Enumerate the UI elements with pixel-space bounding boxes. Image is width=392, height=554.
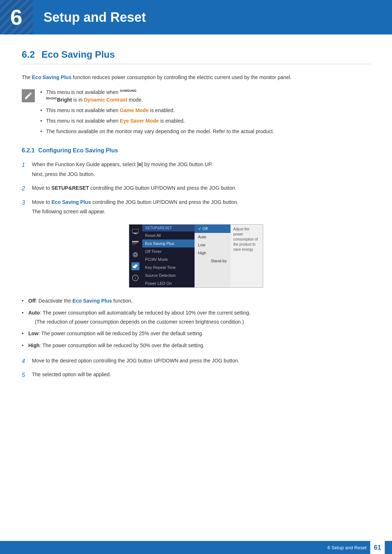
sub-item-standby: Stand-by bbox=[195, 257, 230, 265]
note-item-3: This menu is not available when Eye Save… bbox=[40, 117, 274, 125]
step-1-text: When the Function Key Guide appears, sel… bbox=[32, 160, 370, 168]
note-icon bbox=[22, 89, 35, 102]
chapter-title: Setup and Reset bbox=[33, 0, 146, 34]
menu-item-power-led: Power LED On bbox=[142, 279, 195, 287]
pencil-icon bbox=[24, 91, 33, 100]
step-4-text: Move to the desired option controlling t… bbox=[32, 357, 370, 365]
scr-sidebar-help: Adjust the power consumption of the prod… bbox=[230, 225, 263, 287]
screenshot: i SETUP&RESET Reset All Eco Saving Plus … bbox=[129, 224, 263, 288]
dynamic-contrast-term: Dynamic Contrast bbox=[84, 97, 127, 103]
monitor-screenshot-container: i SETUP&RESET Reset All Eco Saving Plus … bbox=[22, 224, 370, 288]
step-5-text: The selected option will be applied. bbox=[32, 370, 370, 378]
icon-display bbox=[131, 227, 139, 235]
svg-text:i: i bbox=[135, 276, 136, 280]
option-off-label: Off bbox=[28, 298, 36, 304]
subsection-heading: 6.2.1Configuring Eco Saving Plus bbox=[22, 147, 370, 154]
svg-rect-1 bbox=[134, 233, 136, 234]
sub-item-low: Low bbox=[195, 241, 230, 249]
game-mode-term: Game Mode bbox=[120, 107, 148, 113]
subsection-number: 6.2.1 bbox=[22, 147, 35, 153]
note-box: This menu is not available when SAMSUNGM… bbox=[22, 89, 370, 138]
chapter-number: 6 bbox=[10, 5, 22, 30]
footer-text: 6 Setup and Reset bbox=[327, 545, 367, 550]
notes-list: This menu is not available when SAMSUNGM… bbox=[40, 89, 274, 138]
scr-menu-panel: SETUP&RESET Reset All Eco Saving Plus Of… bbox=[142, 225, 195, 287]
chapter-title-text: Setup and Reset bbox=[44, 10, 146, 25]
menu-item-pcav: PC/AV Mode bbox=[142, 255, 195, 263]
step-4-num: 4 bbox=[22, 357, 28, 366]
svg-point-7 bbox=[134, 254, 136, 256]
chapter-header: 6 Setup and Reset bbox=[0, 0, 392, 34]
option-low: Low: The power consumption will be reduc… bbox=[22, 329, 370, 337]
svg-rect-0 bbox=[132, 229, 139, 233]
eco-saving-step-term: Eco Saving Plus bbox=[52, 199, 91, 205]
option-high: High: The power consumption will be redu… bbox=[22, 341, 370, 349]
option-low-label: Low bbox=[28, 331, 38, 336]
svg-rect-2 bbox=[134, 234, 137, 234]
step-2-text: Move to SETUP&RESET controlling the JOG … bbox=[32, 184, 370, 192]
setup-reset-term: SETUP&RESET bbox=[52, 185, 89, 191]
step-4: 4 Move to the desired option controlling… bbox=[22, 357, 370, 366]
auto-reduction-note: (The reduction of power consumption depe… bbox=[35, 318, 370, 326]
note-item-2: This menu is not available when Game Mod… bbox=[40, 107, 274, 114]
sub-item-off: ✓ Off bbox=[195, 225, 230, 233]
bright-term: Bright bbox=[57, 97, 72, 103]
step-1-subtext: Next, press the JOG button. bbox=[32, 170, 370, 178]
step-5: 5 The selected option will be applied. bbox=[22, 370, 370, 380]
scr-menu-header: SETUP&RESET bbox=[142, 225, 195, 231]
step-5-content: The selected option will be applied. bbox=[32, 370, 370, 380]
step-3-content: Move to Eco Saving Plus controlling the … bbox=[32, 198, 370, 217]
option-off-term: Eco Saving Plus bbox=[72, 298, 112, 304]
option-off: Off: Deactivate the Eco Saving Plus func… bbox=[22, 297, 370, 305]
note-item-4: The functions available on the monitor m… bbox=[40, 128, 274, 135]
step-2: 2 Move to SETUP&RESET controlling the JO… bbox=[22, 184, 370, 193]
intro-paragraph: The Eco Saving Plus function reduces pow… bbox=[22, 73, 370, 81]
option-auto: Auto: The power consumption will automat… bbox=[22, 309, 370, 326]
section-heading: 6.2 Eco Saving Plus bbox=[22, 49, 370, 64]
subsection-title: Configuring Eco Saving Plus bbox=[38, 147, 118, 153]
sub-item-auto: Auto bbox=[195, 233, 230, 241]
steps-4-5: 4 Move to the desired option controlling… bbox=[22, 357, 370, 380]
step-5-num: 5 bbox=[22, 370, 28, 380]
menu-item-off-timer: Off Timer bbox=[142, 247, 195, 255]
step-2-num: 2 bbox=[22, 184, 28, 193]
menu-item-key-repeat: Key Repeat Time bbox=[142, 263, 195, 271]
eco-saving-plus-term: Eco Saving Plus bbox=[32, 74, 72, 80]
step-2-content: Move to SETUP&RESET controlling the JOG … bbox=[32, 184, 370, 193]
step-3: 3 Move to Eco Saving Plus controlling th… bbox=[22, 198, 370, 217]
menu-item-eco-saving: Eco Saving Plus bbox=[142, 239, 195, 247]
section-title: Eco Saving Plus bbox=[41, 49, 115, 60]
scr-sidebar-text: Adjust the power consumption of the prod… bbox=[233, 227, 258, 251]
step-3-subtext: The following screen will appear. bbox=[32, 208, 370, 216]
step-3-text: Move to Eco Saving Plus controlling the … bbox=[32, 198, 370, 206]
sub-item-high: High bbox=[195, 249, 230, 257]
page-footer: 6 Setup and Reset 61 bbox=[0, 541, 392, 554]
options-list: Off: Deactivate the Eco Saving Plus func… bbox=[22, 297, 370, 349]
menu-item-reset-all: Reset All bbox=[142, 231, 195, 239]
chapter-number-box: 6 bbox=[0, 0, 33, 34]
option-high-label: High bbox=[28, 342, 40, 348]
step-1-content: When the Function Key Guide appears, sel… bbox=[32, 160, 370, 180]
note-item-1: This menu is not available when SAMSUNGM… bbox=[40, 89, 274, 104]
step-3-num: 3 bbox=[22, 198, 28, 208]
icon-setup bbox=[131, 262, 139, 270]
page-number: 61 bbox=[370, 541, 385, 554]
icon-info: i bbox=[131, 274, 139, 282]
svg-rect-3 bbox=[132, 241, 139, 242]
eye-saver-term: Eye Saver Mode bbox=[120, 118, 159, 124]
option-auto-label: Auto bbox=[28, 310, 40, 316]
svg-rect-4 bbox=[132, 243, 137, 244]
menu-item-source: Source Detection bbox=[142, 271, 195, 279]
main-content: 6.2 Eco Saving Plus The Eco Saving Plus … bbox=[0, 34, 392, 416]
step-1-num: 1 bbox=[22, 160, 28, 170]
steps-list: 1 When the Function Key Guide appears, s… bbox=[22, 160, 370, 217]
scr-submenu-panel: ✓ Off Auto Low High Stand-by bbox=[195, 225, 230, 287]
scr-icons: i bbox=[129, 225, 142, 287]
svg-rect-5 bbox=[132, 244, 136, 245]
section-number: 6.2 bbox=[22, 49, 35, 60]
svg-point-6 bbox=[133, 253, 138, 257]
jog-icon-placeholder: ⊞ bbox=[138, 161, 141, 167]
step-4-content: Move to the desired option controlling t… bbox=[32, 357, 370, 366]
step-1: 1 When the Function Key Guide appears, s… bbox=[22, 160, 370, 180]
icon-brightness bbox=[131, 239, 139, 247]
